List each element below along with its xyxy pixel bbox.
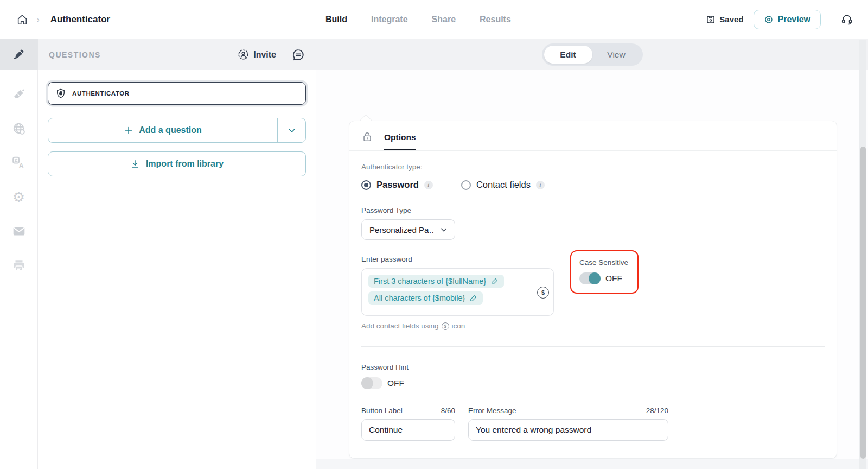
top-bar: › Authenticator Build Integrate Share Re… (0, 0, 868, 39)
rail-item-build-active[interactable] (0, 39, 38, 70)
radio-password[interactable]: Password i (361, 180, 433, 190)
helper-prefix: Add contact fields using (361, 322, 439, 330)
import-label: Import from library (146, 159, 224, 169)
radio-contact-fields-label: Contact fields (476, 180, 531, 190)
password-type-field: Password Type Personalized Pa… (361, 206, 825, 240)
questions-title: QUESTIONS (49, 50, 101, 59)
pencil-icon (12, 48, 25, 61)
info-icon[interactable]: i (424, 181, 433, 189)
radio-selected-icon[interactable] (361, 180, 371, 190)
error-message-field: Error Message 28/120 (468, 407, 668, 441)
globe-icon (12, 122, 26, 136)
enter-password-label: Enter password (361, 255, 554, 263)
toggle-knob (589, 272, 601, 284)
breadcrumb: › Authenticator (15, 12, 110, 27)
password-hint-toggle[interactable] (361, 377, 382, 389)
comments-button[interactable] (292, 48, 305, 61)
questions-panel-header: QUESTIONS Invite (38, 39, 316, 70)
password-composer-box[interactable]: First 3 characters of {$fullName} All ch… (361, 268, 554, 316)
invite-button[interactable]: Invite (238, 49, 276, 60)
paintbrush-icon (12, 88, 25, 102)
download-icon (130, 159, 140, 169)
svg-text:A: A (18, 162, 24, 170)
add-question-label: Add a question (139, 125, 202, 135)
rail-item-email[interactable] (12, 224, 26, 238)
case-sensitive-toggle[interactable] (579, 272, 601, 284)
password-chip-mobile[interactable]: All characters of {$mobile} (368, 291, 483, 305)
divider (831, 12, 831, 27)
tab-share[interactable]: Share (432, 15, 456, 24)
rail-item-globe[interactable] (12, 122, 26, 136)
top-nav: Build Integrate Share Results (326, 0, 511, 39)
divider (361, 346, 825, 347)
info-icon[interactable]: i (536, 181, 545, 189)
helper-suffix: icon (452, 322, 465, 330)
scrollbar[interactable] (859, 40, 866, 469)
topbar-actions: Saved Preview (706, 10, 853, 29)
page-title: Authenticator (50, 14, 111, 25)
toggle-view[interactable]: View (592, 46, 641, 64)
chip-label: First 3 characters of {$fullName} (374, 277, 486, 286)
edit-pencil-icon[interactable] (470, 294, 477, 302)
dollar-icon: $ (541, 289, 545, 296)
chevron-down-icon (439, 225, 448, 234)
rail-item-design[interactable] (12, 87, 26, 102)
saved-status: Saved (706, 15, 743, 24)
tab-build[interactable]: Build (326, 15, 347, 24)
button-label-counter: 8/60 (441, 407, 455, 415)
button-label-label: Button Label (361, 407, 403, 415)
case-sensitive-highlight: Case Sensitive OFF (570, 250, 639, 294)
radio-contact-fields[interactable]: Contact fields i (461, 180, 545, 190)
toggle-edit[interactable]: Edit (544, 46, 592, 64)
options-card-header: Options (349, 121, 837, 151)
invite-user-icon (238, 49, 249, 60)
tab-integrate[interactable]: Integrate (371, 15, 408, 24)
import-from-library-button[interactable]: Import from library (48, 151, 306, 176)
chevron-right-icon: › (37, 15, 40, 24)
edit-pencil-icon[interactable] (491, 277, 499, 285)
scrollbar-thumb[interactable] (860, 147, 866, 459)
rail-item-translate[interactable]: A (12, 156, 26, 170)
add-question-button[interactable]: Add a question (48, 118, 277, 142)
radio-password-label: Password (376, 180, 419, 190)
chat-bubble-icon (292, 48, 305, 61)
options-card-body: Authenticator type: Password i Contact f… (349, 151, 837, 453)
password-type-select[interactable]: Personalized Pa… (361, 219, 455, 240)
home-icon (16, 14, 28, 26)
questions-panel: QUESTIONS Invite (38, 39, 316, 469)
button-label-input[interactable] (361, 419, 455, 441)
insert-contact-field-button[interactable]: $ (537, 287, 549, 299)
dollar-icon: $ (442, 322, 449, 330)
preview-button[interactable]: Preview (754, 10, 821, 29)
headset-icon (841, 14, 853, 26)
chip-label: All characters of {$mobile} (374, 294, 465, 302)
add-question-split-button: Add a question (48, 118, 306, 143)
main-area: Edit View Options Authenticator type: (316, 39, 868, 469)
authenticator-type-label: Authenticator type: (361, 163, 825, 171)
password-hint-field: Password Hint OFF (361, 363, 825, 389)
tab-results[interactable]: Results (480, 15, 511, 24)
password-helper-text: Add contact fields using $ icon (361, 322, 554, 330)
lock-icon (361, 131, 373, 150)
mail-icon (12, 224, 26, 238)
radio-unselected-icon[interactable] (461, 180, 471, 190)
support-button[interactable] (841, 14, 853, 26)
bottom-strip (316, 459, 868, 469)
password-chip-fullname[interactable]: First 3 characters of {$fullName} (368, 275, 504, 288)
rail-item-print[interactable] (12, 258, 26, 272)
tab-options[interactable]: Options (384, 132, 416, 150)
plus-icon (124, 125, 133, 135)
rail-item-settings[interactable]: ⚙ (12, 190, 26, 204)
options-card: Options Authenticator type: Password i C… (349, 121, 837, 459)
preview-label: Preview (778, 15, 810, 24)
save-icon (706, 15, 716, 24)
add-question-dropdown-button[interactable] (277, 118, 305, 142)
printer-icon (12, 258, 26, 272)
enter-password-field: Enter password First 3 characters of {$f… (361, 255, 554, 330)
error-message-input[interactable] (468, 419, 668, 441)
question-item-authenticator[interactable]: AUTHENTICATOR (48, 82, 306, 105)
home-button[interactable] (15, 12, 29, 27)
case-sensitive-state: OFF (605, 274, 622, 283)
button-label-field: Button Label 8/60 (361, 407, 455, 441)
divider (284, 48, 284, 61)
